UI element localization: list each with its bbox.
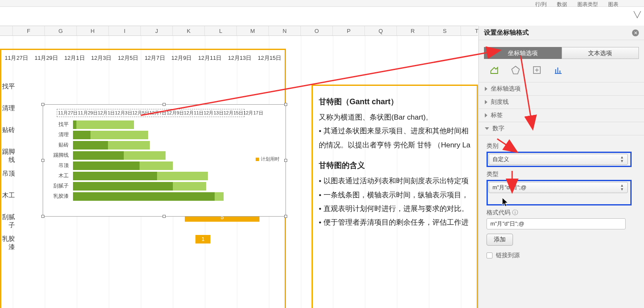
resize-handle[interactable] [284, 103, 287, 106]
pane-category-icons [479, 63, 644, 82]
column-header[interactable]: I [109, 26, 141, 35]
description-text-box[interactable]: 甘特图（Gantt chart） 又称为横道图、条状图(Bar chart)。 … [312, 85, 478, 308]
axis-options-icon[interactable] [553, 65, 563, 77]
chevron-updown-icon: ▲▼ [620, 155, 624, 163]
resize-handle[interactable] [163, 103, 166, 106]
inner-chart-selected[interactable]: 11月27日 11月29日 12月1日 12月3日 12月5日 12月7日 12… [43, 104, 286, 217]
select-category[interactable]: 自定义 ▲▼ [489, 154, 628, 165]
select-type[interactable]: m"月"d"日";@ ▲▼ [489, 182, 628, 193]
ribbon-group: 图表类型 [577, 1, 598, 8]
column-header[interactable]: N [269, 26, 301, 35]
fill-line-icon[interactable] [489, 65, 499, 77]
column-header[interactable]: F [13, 26, 45, 35]
chart-legend[interactable]: 计划用时 [256, 156, 280, 162]
axis-tick: 12月13日 [228, 54, 251, 62]
column-header[interactable]: H [77, 26, 109, 35]
select-value: m"月"d"日";@ [492, 184, 526, 191]
svg-marker-0 [512, 66, 519, 74]
resize-handle[interactable] [41, 103, 44, 106]
label-type: 类型 [487, 170, 636, 178]
resize-handle[interactable] [284, 215, 287, 218]
column-header[interactable]: R [397, 26, 429, 35]
ribbon-group: 数据 [557, 1, 567, 8]
tab-axis-options[interactable]: 坐标轴选项 [484, 47, 562, 59]
checkbox-icon[interactable] [487, 252, 492, 258]
column-header[interactable]: Q [365, 26, 397, 35]
axis-tick: 12月7日 [145, 54, 165, 62]
checkbox-linked-to-source[interactable]: 链接到源 [487, 252, 636, 259]
ribbon-group: 行/列 [535, 1, 547, 8]
category-label: 木工 [0, 191, 15, 199]
axis-tick: 12月17日 [243, 110, 263, 116]
axis-tick: 12月7日 [149, 110, 166, 116]
highlight-category: 自定义 ▲▼ [487, 152, 632, 167]
resize-handle[interactable] [163, 215, 166, 218]
axis-tick: 12月3日 [115, 110, 132, 116]
axis-tick: 12月5日 [118, 54, 138, 62]
category-label: 踢脚线 [47, 152, 69, 159]
legend-label: 计划用时 [261, 156, 280, 161]
resize-handle[interactable] [284, 159, 287, 162]
column-header[interactable]: S [429, 26, 461, 35]
worksheet-area[interactable]: 11月27日 11月29日 12月1日 12月3日 12月5日 12月7日 12… [0, 36, 478, 308]
category-label: 乳胶漆 [47, 193, 69, 200]
resize-handle[interactable] [41, 159, 44, 162]
axis-tick: 12月11日 [198, 54, 221, 62]
section-number[interactable]: 数字 [479, 122, 644, 135]
pane-header: 设置坐标轴格式 ✕ [479, 26, 644, 40]
axis-tick: 12月15日 [224, 110, 243, 116]
category-label: 吊顶 [47, 162, 69, 169]
tab-text-options[interactable]: 文本选项 [562, 47, 639, 59]
axis-labels-selection[interactable]: 11月27日 11月29日 12月1日 12月3日 12月5日 12月7日 12… [57, 109, 245, 117]
info-icon[interactable]: ⓘ [512, 209, 518, 216]
text-title: 甘特图（Gantt chart） [319, 94, 471, 109]
section-axis-options[interactable]: 坐标轴选项 [479, 82, 644, 96]
label-format-code: 格式代码 ⓘ [487, 209, 636, 217]
close-icon[interactable]: ✕ [632, 29, 639, 36]
section-tick-marks[interactable]: 刻度线 [479, 96, 644, 109]
text-line: 又称为横道图、条状图(Bar chart)。 [319, 111, 471, 124]
column-headers[interactable]: F G H I J K L M N O P Q R S T [0, 26, 478, 36]
column-header[interactable]: O [301, 26, 333, 35]
column-header[interactable]: M [237, 26, 269, 35]
text-line: • 其通过条状图来显示项目、进度和其他时间相 [319, 124, 471, 138]
column-header[interactable]: G [45, 26, 77, 35]
text-line: • 便于管理者弄清项目的剩余任务，评估工作进 [319, 216, 471, 229]
text-line: • 以图表通过活动列表和时间刻度表示出特定项 [319, 174, 471, 188]
category-label: 贴砖 [47, 141, 69, 149]
ribbon-group-labels: 行/列 数据 图表类型 图表 [535, 0, 618, 8]
column-header[interactable]: P [333, 26, 365, 35]
outer-gantt-axis-labels: 11月27日 11月29日 12月1日 12月3日 12月5日 12月7日 12… [5, 54, 281, 62]
section-labels[interactable]: 标签 [479, 109, 644, 122]
axis-tick: 12月1日 [64, 54, 85, 62]
format-axis-pane: 设置坐标轴格式 ✕ 坐标轴选项 文本选项 坐标轴选项 刻度线 标签 数字 类别 … [478, 26, 644, 308]
category-label: 刮腻子 [0, 213, 15, 229]
text-line: • 直观表明计划何时进行，进展与要求的对比。 [319, 202, 471, 216]
effects-icon[interactable] [510, 65, 521, 77]
axis-tick: 12月1日 [98, 110, 115, 116]
text-line: 的情况。以提出者亨特 劳伦斯 甘特 （Henry La [319, 138, 471, 152]
axis-tick: 12月13日 [204, 110, 223, 116]
column-header[interactable]: K [173, 26, 205, 35]
collapse-ribbon-icon[interactable]: ╲╱ [634, 11, 641, 16]
add-button[interactable]: 添加 [487, 234, 513, 246]
resize-handle[interactable] [41, 215, 44, 218]
category-label: 乳胶漆 [0, 235, 15, 251]
legend-swatch-icon [256, 158, 259, 161]
column-header[interactable]: J [141, 26, 173, 35]
axis-tick: 12月3日 [91, 54, 112, 62]
column-header[interactable]: L [205, 26, 237, 35]
inner-chart-rows: 找平 清理 贴砖 踢脚线 吊顶 木工 刮腻子 乳胶漆 [47, 120, 248, 202]
chevron-updown-icon: ▲▼ [620, 184, 624, 191]
text-subtitle: 甘特图的含义 [319, 158, 471, 173]
column-header[interactable] [0, 26, 13, 35]
axis-tick: 12月15日 [258, 54, 281, 62]
size-properties-icon[interactable] [532, 65, 542, 77]
category-label: 木工 [47, 172, 69, 179]
axis-tick: 12月5日 [132, 110, 149, 116]
select-value: 自定义 [492, 155, 509, 163]
pane-title: 设置坐标轴格式 [484, 29, 529, 37]
input-format-code[interactable]: m"月"d"日";@ [487, 218, 626, 229]
axis-tick: 12月9日 [172, 54, 192, 62]
category-label: 吊顶 [0, 170, 15, 178]
